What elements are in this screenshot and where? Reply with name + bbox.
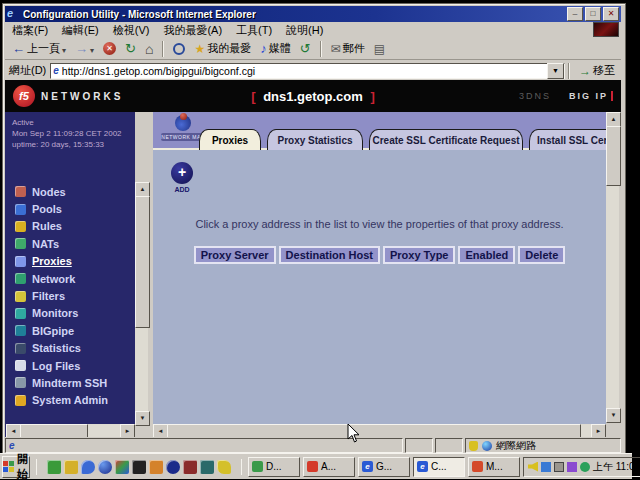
tray-icon[interactable] (580, 462, 590, 472)
close-button[interactable] (603, 7, 619, 21)
scrollbar-thumb[interactable] (606, 126, 621, 186)
scroll-right-button[interactable] (120, 424, 135, 437)
maximize-button[interactable] (585, 7, 601, 21)
media-icon (260, 41, 267, 56)
quicklaunch-icon[interactable] (200, 460, 214, 474)
sidebar-item-statistics[interactable]: Statistics (5, 340, 135, 357)
quicklaunch-icon[interactable] (149, 460, 163, 474)
mail-button[interactable]: 郵件 (328, 40, 368, 57)
quick-launch-bar (43, 460, 235, 474)
tab-proxy-statistics[interactable]: Proxy Statistics (267, 129, 363, 150)
add-proxy-button[interactable]: ADD (169, 162, 195, 193)
refresh-button[interactable] (122, 40, 139, 57)
address-input[interactable] (62, 64, 547, 77)
tray-icon[interactable] (541, 462, 551, 472)
print-button[interactable] (371, 41, 388, 57)
window-title: Configuration Utility - Microsoft Intern… (23, 9, 567, 20)
scroll-right-button[interactable] (591, 424, 606, 437)
title-bar[interactable]: Configuration Utility - Microsoft Intern… (5, 6, 621, 22)
column-proxy-type[interactable]: Proxy Type (383, 246, 456, 264)
display-icon[interactable] (554, 462, 564, 472)
scrollbar-thumb[interactable] (167, 424, 581, 437)
link-3dns[interactable]: 3DNS (519, 91, 551, 101)
main-frame: NETWORK MAP Proxies Proxy Statistics Cre… (153, 112, 606, 424)
rules-icon (15, 221, 26, 232)
favorites-button[interactable]: 我的最愛 (191, 40, 254, 57)
sidebar-item-mindterm-ssh[interactable]: Mindterm SSH (5, 374, 135, 391)
tab-proxies[interactable]: Proxies (199, 129, 261, 150)
network-map-icon (175, 115, 191, 131)
scroll-up-button[interactable] (135, 182, 150, 197)
menu-tools[interactable]: 工具(T) (229, 23, 279, 38)
main-horizontal-scrollbar[interactable] (153, 424, 606, 437)
back-dropdown-icon[interactable] (62, 43, 66, 55)
quicklaunch-icon[interactable] (132, 460, 146, 474)
quicklaunch-icon[interactable] (47, 460, 61, 474)
sidebar-item-bigpipe[interactable]: BIGpipe (5, 322, 135, 339)
quicklaunch-icon[interactable] (64, 460, 78, 474)
history-button[interactable] (297, 40, 314, 57)
search-button[interactable] (170, 42, 188, 56)
link-bigip[interactable]: BIG IP (569, 91, 613, 101)
sidebar-item-nats[interactable]: NATs (5, 235, 135, 252)
sidebar-item-nodes[interactable]: Nodes (5, 183, 135, 200)
stop-button[interactable] (100, 41, 119, 56)
sidebar-item-pools[interactable]: Pools (5, 200, 135, 217)
minimize-button[interactable] (567, 7, 583, 21)
sidebar-item-system-admin[interactable]: System Admin (5, 392, 135, 409)
scroll-left-button[interactable] (6, 424, 21, 437)
column-delete[interactable]: Delete (518, 246, 565, 264)
menu-view[interactable]: 檢視(V) (106, 23, 157, 38)
quicklaunch-icon[interactable] (115, 460, 129, 474)
start-button[interactable]: 開始 (2, 456, 30, 478)
forward-button[interactable] (72, 40, 97, 57)
scroll-left-button[interactable] (153, 424, 168, 437)
media-button[interactable]: 媒體 (257, 40, 294, 57)
add-label: ADD (169, 186, 195, 193)
sidebar-horizontal-scrollbar[interactable] (6, 424, 135, 437)
column-proxy-server[interactable]: Proxy Server (194, 246, 276, 264)
task-button-3[interactable]: G... (358, 457, 410, 477)
scroll-down-button[interactable] (606, 408, 621, 423)
tab-create-ssl-certificate-request[interactable]: Create SSL Certificate Request (369, 129, 523, 150)
tab-install-ssl-certificate[interactable]: Install SSL Certif (529, 129, 606, 150)
forward-dropdown-icon[interactable] (90, 43, 94, 55)
sidebar-item-network[interactable]: Network (5, 270, 135, 287)
volume-icon[interactable] (528, 462, 538, 472)
menu-help[interactable]: 說明(H) (279, 23, 330, 38)
sidebar-item-proxies[interactable]: Proxies (5, 253, 135, 270)
proxies-content: ADD Click a proxy address in the list to… (153, 150, 606, 424)
scroll-down-button[interactable] (135, 411, 150, 426)
quicklaunch-icon[interactable] (81, 460, 95, 474)
tray-icon[interactable] (567, 462, 577, 472)
task-button-2[interactable]: A... (303, 457, 355, 477)
sidebar-item-monitors[interactable]: Monitors (5, 305, 135, 322)
go-button[interactable]: 移至 (573, 63, 621, 78)
menu-file[interactable]: 檔案(F) (5, 23, 55, 38)
scrollbar-thumb[interactable] (135, 196, 150, 328)
sidebar-item-filters[interactable]: Filters (5, 287, 135, 304)
task-button-5[interactable]: M... (468, 457, 520, 477)
scrollbar-thumb[interactable] (20, 424, 88, 437)
quicklaunch-icon[interactable] (183, 460, 197, 474)
quicklaunch-icon[interactable] (166, 460, 180, 474)
task-button-4-active[interactable]: C... (413, 457, 465, 477)
quicklaunch-icon[interactable] (217, 460, 231, 474)
sidebar-item-log-files[interactable]: Log Files (5, 357, 135, 374)
page-icon (53, 65, 59, 76)
print-icon (374, 42, 385, 56)
task-button-1[interactable]: D... (248, 457, 300, 477)
home-button[interactable] (142, 40, 156, 58)
quicklaunch-icon[interactable] (98, 460, 112, 474)
sidebar-item-rules[interactable]: Rules (5, 218, 135, 235)
main-vertical-scrollbar[interactable] (606, 112, 619, 423)
back-button[interactable]: 上一頁 (9, 40, 69, 57)
address-dropdown-button[interactable] (547, 63, 564, 79)
ie-app-icon (417, 461, 428, 472)
sidebar-vertical-scrollbar[interactable] (135, 182, 148, 426)
scroll-up-button[interactable] (606, 112, 621, 127)
menu-favorites[interactable]: 我的最愛(A) (156, 23, 229, 38)
menu-edit[interactable]: 編輯(E) (55, 23, 106, 38)
column-destination-host[interactable]: Destination Host (279, 246, 380, 264)
column-enabled[interactable]: Enabled (458, 246, 515, 264)
